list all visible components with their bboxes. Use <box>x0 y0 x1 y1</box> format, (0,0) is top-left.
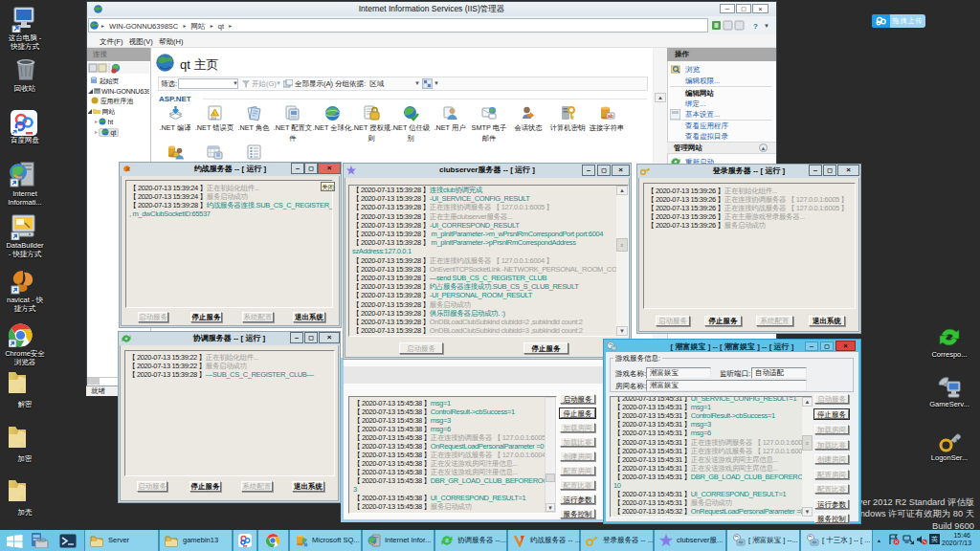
svg-text:404: 404 <box>211 117 216 121</box>
svg-text:ab: ab <box>608 113 613 119</box>
svg-text:▼: ▼ <box>764 23 769 29</box>
svg-text:?: ? <box>753 22 758 31</box>
